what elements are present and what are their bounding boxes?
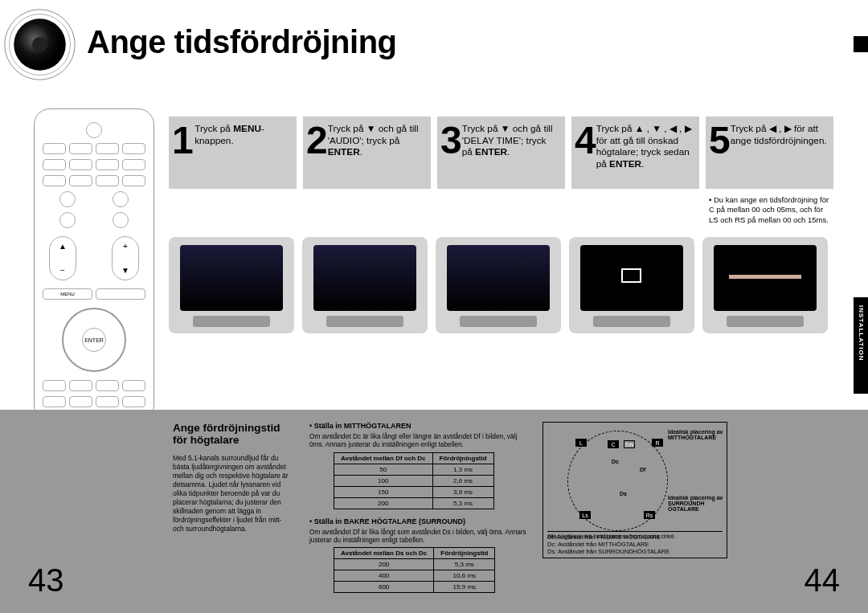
ideal-center-label: Idealisk placering av MITTHÖGTALARE [668,429,724,440]
remote-enter-button: ENTER [82,328,106,352]
diagram-legend: Df: Avståndet från FRÄMRE HÖGTALARE Dc: … [547,531,723,555]
label-Ds: Ds [620,491,627,497]
step-5: 5 Tryck på ◀ , ▶ för att ange tidsfördrö… [706,116,833,225]
svg-point-3 [32,37,47,52]
speaker-C: C [608,440,619,448]
center-speaker-heading: Ställa in MITTHÖGTALAREN [309,422,526,430]
step-text: Tryck på MENU-knappen. [194,121,290,184]
label-Dc: Dc [612,459,619,464]
steps-row: 1 Tryck på MENU-knappen. 2 Tryck på ▼ oc… [169,116,833,225]
surround-delay-table: Avståndet mellan Ds och DcFördröjningsti… [334,547,495,593]
tv-screenshot-4 [569,237,694,333]
speaker-L: L [575,439,587,447]
speaker-R: R [652,439,663,447]
surround-speaker-heading: Ställa in BAKRE HÖGTALARE (SURROUND) [309,517,526,525]
side-tab-installation: INSTALLATION [854,297,868,394]
step-text: Tryck på ▼ och gå till 'AUDIO'; tryck på… [328,121,424,184]
step-text: Tryck på ◀ , ▶ för att ange tidsfördröjn… [731,121,827,184]
page-number-right: 44 [805,562,841,599]
step-4: 4 Tryck på ▲ , ▼ , ◀ , ▶ för att gå till… [571,116,699,225]
step-number: 1 [172,121,194,184]
page-title: Ange tidsfördröjning [87,24,397,60]
step-number: 4 [575,121,596,184]
bottom-left-body: Med 5.1-kanals surroundljud får du bästa… [173,454,293,533]
step-number: 3 [440,121,462,184]
bottom-subtitle: Ange fördröjningstid för högtalare [173,422,293,446]
tv-screenshot-2 [302,237,428,333]
tv-screenshots-row [169,237,828,333]
center-speaker-text: Om avståndet Dc är lika långt eller läng… [309,432,526,449]
step-2: 2 Tryck på ▼ och gå till 'AUDIO'; tryck … [303,116,431,225]
tv-screenshot-3 [436,237,561,333]
speaker-Ls: Ls [579,511,591,519]
speaker-placement-diagram: L C SW R Ls Rs Dc Df Ds Idealisk placeri… [542,422,727,558]
ideal-surround-label: Idealisk placering av SURROUNDH ÖGTALARE [668,495,724,512]
center-delay-table: Avståndet mellan Df och DcFördröjningsti… [334,452,494,509]
surround-speaker-text: Om avståndet Df är lika långt som avstån… [309,528,526,545]
step-number: 2 [306,121,328,184]
step-text: Tryck på ▼ och gå till 'DELAY TIME'; try… [462,121,559,184]
speaker-SW: SW [624,440,635,448]
speaker-Rs: Rs [644,511,655,519]
black-tab [854,36,868,52]
tv-screenshot-5 [702,237,828,333]
step-3: 3 Tryck på ▼ och gå till 'DELAY TIME'; t… [437,116,565,225]
step-text: Tryck på ▲ , ▼ , ◀ , ▶ för att gå till ö… [596,121,693,184]
step-number: 5 [709,121,731,184]
label-Df: Df [640,467,645,472]
step-5-note: Du kan ange en tidsfördröjning för C på … [706,195,833,225]
tv-screenshot-1 [169,237,294,333]
step-1: 1 Tryck på MENU-knappen. [169,116,297,225]
page-number-left: 43 [28,562,64,599]
speaker-icon [2,6,78,83]
remote-menu-button: MENU [43,288,92,300]
remote-control-illustration: ▲− +▼ MENU ENTER [34,108,154,422]
